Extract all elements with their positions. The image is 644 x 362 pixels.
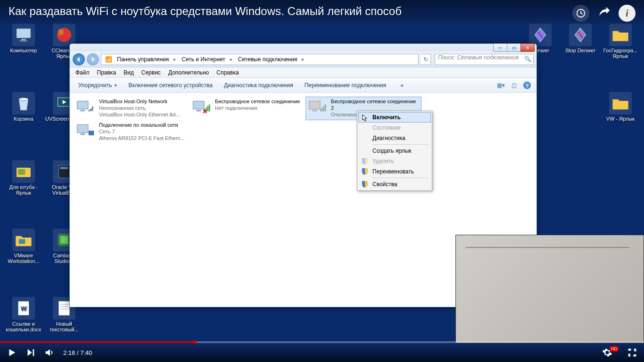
svg-rect-25 — [196, 110, 201, 111]
ctx-properties[interactable]: Свойства — [358, 179, 431, 189]
breadcrumb-l2[interactable]: Сеть и Интернет — [179, 56, 235, 63]
svg-rect-29 — [209, 104, 210, 111]
menu-view[interactable]: Вид — [120, 68, 138, 77]
time-display: 2:18 / 7:40 — [63, 349, 92, 356]
breadcrumb-root[interactable]: Панель управления — [114, 56, 179, 63]
shield-icon — [361, 181, 369, 188]
desktop-icon-vmware[interactable]: VMware Workstation... — [5, 229, 42, 264]
svg-rect-28 — [207, 106, 209, 112]
toolbar-diagnostics[interactable]: Диагностика подключения — [219, 80, 298, 90]
desktop-icon-vw[interactable]: VW - Ярлык — [602, 92, 639, 122]
ctx-label: Состояние — [372, 124, 401, 131]
minimize-button[interactable]: ─ — [493, 43, 507, 52]
svg-rect-37 — [325, 104, 326, 111]
ctx-label: Диагностика — [372, 135, 405, 141]
preview-pane-button[interactable]: ◫ — [508, 80, 520, 90]
volume-button[interactable] — [44, 347, 55, 358]
svg-rect-22 — [77, 101, 88, 109]
connection-title: Беспроводное сетевое соединение 2 — [331, 98, 420, 111]
connection-device: Atheros AR8152 PCI-E Fast Ethern... — [99, 135, 185, 141]
play-button[interactable] — [7, 347, 17, 358]
ctx-diagnostics[interactable]: Диагностика — [358, 133, 431, 143]
context-menu: Включить Состояние Диагностика Создать я… — [357, 111, 432, 191]
view-options-button[interactable]: ▦▾ — [495, 80, 506, 90]
connection-sub: Нет подключения — [215, 105, 300, 111]
yt-controls: 2:18 / 7:40 HD — [0, 341, 644, 362]
network-adapter-icon — [75, 98, 96, 119]
desktop-icon-label: VW - Ярлык — [602, 116, 639, 122]
search-input[interactable]: Поиск: Сетевые подключения — [435, 54, 534, 65]
svg-rect-16 — [58, 301, 69, 315]
picture-in-picture — [455, 235, 644, 343]
menu-edit[interactable]: Правка — [93, 68, 120, 77]
desktop-icon-youtube-folder[interactable]: Для ютуба - Ярлык — [5, 160, 42, 196]
watch-later-button[interactable] — [572, 5, 589, 22]
forward-button[interactable] — [87, 53, 99, 66]
time-total: 7:40 — [80, 349, 92, 356]
svg-rect-8 — [18, 169, 25, 175]
toolbar-enable-device[interactable]: Включение сетевого устройства — [124, 80, 217, 90]
menu-file[interactable]: Файл — [72, 68, 93, 77]
desktop-icon-goshydro[interactable]: ГосГидрогра... Ярлык — [602, 24, 639, 59]
svg-rect-35 — [322, 107, 323, 111]
close-button[interactable]: ✕ — [520, 43, 535, 52]
menu-bar: Файл Правка Вид Сервис Дополнительно Спр… — [70, 67, 537, 78]
svg-rect-32 — [309, 101, 320, 109]
ctx-label: Переименовать — [372, 168, 414, 175]
share-button[interactable] — [598, 6, 610, 21]
breadcrumb[interactable]: 📶 Панель управления Сеть и Интернет Сете… — [101, 54, 419, 65]
svg-rect-39 — [80, 133, 85, 135]
desktop-icon-label: VMware Workstation... — [5, 253, 42, 264]
svg-rect-13 — [60, 236, 68, 244]
svg-rect-36 — [323, 106, 325, 112]
connection-title: VirtualBox Host-Only Network — [99, 98, 180, 105]
desktop-icon-links[interactable]: W Ссылки и кошельки.docx — [5, 297, 42, 332]
svg-rect-11 — [19, 239, 25, 244]
menu-help[interactable]: Справка — [213, 68, 242, 77]
wireless-adapter-disabled-icon — [307, 98, 328, 119]
desktop-icon-bin[interactable]: Корзина — [5, 92, 42, 122]
menu-advanced[interactable]: Дополнительно — [165, 68, 213, 77]
svg-rect-23 — [80, 110, 85, 111]
breadcrumb-l3[interactable]: Сетевые подключения — [235, 56, 307, 63]
toolbar-overflow[interactable] — [393, 80, 411, 90]
settings-button[interactable]: HD — [602, 347, 619, 358]
desktop-icon-label: Новый текстовый... — [45, 321, 83, 332]
next-button[interactable] — [25, 347, 36, 358]
ctx-delete: Удалить — [358, 156, 431, 166]
refresh-button[interactable]: ↻ — [421, 54, 431, 65]
desktop-icon-label: ГосГидрогра... Ярлык — [602, 48, 639, 59]
help-button[interactable]: ? — [521, 80, 533, 90]
shield-icon — [361, 157, 369, 165]
menu-tools[interactable]: Сервис — [138, 68, 165, 77]
connection-title: Подключение по локальной сети — [99, 122, 185, 128]
connection-sub: Неопознанная сеть — [99, 105, 180, 111]
progress-bar[interactable] — [0, 341, 644, 343]
ctx-label: Включить — [372, 114, 401, 121]
connection-sub: Сеть 7 — [99, 128, 185, 135]
ctx-status: Состояние — [358, 123, 431, 133]
ctx-label: Удалить — [372, 158, 394, 165]
connection-title: Беспроводное сетевое соединение — [215, 98, 300, 105]
ctx-separator — [372, 144, 429, 145]
connection-device: VirtualBox Host-Only Ethernet Ad... — [99, 111, 180, 118]
maximize-button[interactable]: ▭ — [507, 43, 521, 52]
desktop-icon-label: Stop Denwer — [561, 48, 599, 53]
connection-item-virtualbox[interactable]: VirtualBox Host-Only Network Неопознанна… — [74, 97, 190, 120]
yt-header: Как раздавать WiFi с ноутбука средствами… — [0, 0, 644, 28]
exit-fullscreen-button[interactable] — [627, 347, 637, 358]
toolbar-rename[interactable]: Переименование подключения — [300, 80, 391, 90]
titlebar[interactable]: ─ ▭ ✕ — [70, 44, 537, 51]
back-button[interactable] — [73, 53, 85, 66]
svg-rect-33 — [312, 110, 317, 111]
desktop-icon-label: Ссылки и кошельки.docx — [5, 321, 42, 332]
connection-item-wireless[interactable]: Беспроводное сетевое соединение Нет подк… — [190, 97, 305, 120]
ctx-enable[interactable]: Включить — [358, 112, 431, 123]
ctx-rename[interactable]: Переименовать — [358, 166, 431, 177]
info-button[interactable]: i — [619, 5, 636, 22]
ctx-label: Свойства — [372, 181, 397, 188]
toolbar-organize[interactable]: Упорядочить — [74, 80, 122, 90]
connection-item-lan[interactable]: Подключение по локальной сети Сеть 7 Ath… — [74, 120, 190, 144]
ctx-create-shortcut[interactable]: Создать ярлык — [358, 146, 431, 156]
svg-rect-24 — [193, 101, 204, 109]
